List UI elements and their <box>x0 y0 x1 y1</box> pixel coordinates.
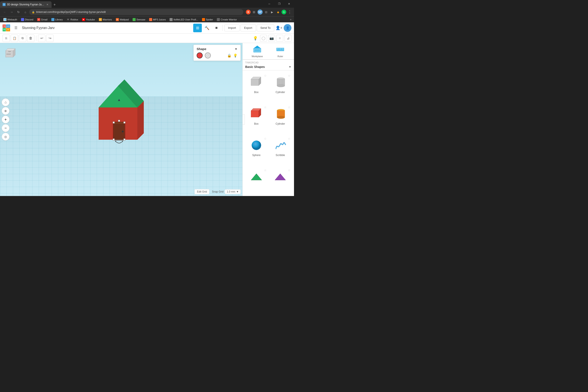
undo-tool-button[interactable]: ↩ <box>38 34 45 42</box>
maximize-button[interactable]: ❒ <box>274 0 284 8</box>
home-button[interactable]: ⌂ <box>22 9 28 15</box>
bookmarks-overflow-button[interactable]: » <box>289 18 292 22</box>
sphere-favorite[interactable]: ☆ <box>264 137 267 140</box>
gem-icon[interactable]: ◆ <box>276 10 281 14</box>
gray-cylinder-icon <box>272 75 289 90</box>
paste-tool-button[interactable]: 📋 <box>11 34 18 42</box>
svg-point-49 <box>277 116 285 119</box>
info-shape-icon[interactable]: 💡 <box>233 54 238 58</box>
panel-collapse-button[interactable]: › <box>242 114 245 125</box>
tab-close-button[interactable]: ✕ <box>46 3 49 6</box>
snap-grid-value-control[interactable]: 1.0 mm ▼ <box>225 189 241 194</box>
orange-cylinder-favorite[interactable]: ☆ <box>288 106 290 109</box>
bookmark-wattpad[interactable]: W Wattpad <box>114 18 130 22</box>
back-button[interactable]: ← <box>2 9 8 15</box>
svg-marker-53 <box>251 174 262 180</box>
zoom-in-button[interactable]: + <box>2 116 10 123</box>
shape-item-gray-cylinder[interactable]: ☆ Cylinder <box>269 73 292 103</box>
hole-color-swatch[interactable] <box>205 52 211 58</box>
address-input[interactable]: 🔒 tinkercad.com/things/dkpDpoQWfFJ-stunn… <box>29 9 243 15</box>
bookmark-spider[interactable]: Spider <box>200 18 215 22</box>
gray-box-icon <box>248 75 265 90</box>
profile-icon[interactable]: NP <box>258 10 262 14</box>
copy-tool-button[interactable]: ⎘ <box>2 34 10 42</box>
reload-button[interactable]: ↻ <box>16 9 22 15</box>
category-dropdown-arrow[interactable]: ▼ <box>288 65 292 68</box>
scribble-label: Scribble <box>276 154 285 157</box>
layers-button[interactable]: ≡ <box>276 35 283 42</box>
bookmark-roblox[interactable]: R Roblox <box>65 18 80 22</box>
shape-item-scribble[interactable]: ☆ Scribble <box>269 136 292 166</box>
orange-cylinder-icon <box>272 106 289 122</box>
bookmark-seesaw[interactable]: Seesaw <box>131 18 147 22</box>
wireframe-button[interactable]: ◯ <box>260 35 267 42</box>
home-view-button[interactable]: ⌂ <box>2 98 10 106</box>
bookmark-itsme[interactable]: ItsMeLED User Profi... <box>168 18 200 22</box>
panel-top-tools: Workplane Ruler <box>243 43 294 60</box>
minimize-button[interactable]: ─ <box>264 0 274 8</box>
zoom-out-button[interactable]: − <box>2 124 10 132</box>
shape-item-red-box[interactable]: ☆ Box <box>245 105 268 134</box>
gray-box-favorite[interactable]: ☆ <box>264 74 267 77</box>
play-icon[interactable]: ▶ <box>270 10 275 14</box>
shape-item-extra-2[interactable]: ☆ <box>269 168 292 194</box>
delete-tool-button[interactable]: 🗑 <box>27 34 34 42</box>
perspective-button[interactable]: ◎ <box>2 133 10 140</box>
svg-rect-17 <box>113 138 114 140</box>
bookmark-discord[interactable]: Discord <box>19 18 35 22</box>
app-toolbar: ⎘ 📋 ⧉ 🗑 ↩ ↪ 💡 ◯ 📷 ≡ ⊿ <box>0 34 294 43</box>
hamburger-menu-button[interactable]: ☰ <box>12 24 19 32</box>
extra2-favorite[interactable]: ☆ <box>288 168 290 172</box>
duplicate-tool-button[interactable]: ⧉ <box>19 34 26 42</box>
import-button[interactable]: Import <box>224 24 240 32</box>
forward-button[interactable]: → <box>8 9 14 15</box>
dark-mode-button[interactable]: ■ <box>212 24 221 32</box>
gray-cylinder-favorite[interactable]: ☆ <box>288 74 290 77</box>
edit-grid-button[interactable]: Edit Grid <box>194 189 209 194</box>
workplane-tool[interactable]: Workplane <box>252 45 263 58</box>
extensions-icon[interactable]: ⊞ <box>252 10 256 14</box>
grid-view-button[interactable]: ⊞ <box>193 24 202 32</box>
bookmark-library[interactable]: Library <box>50 18 64 22</box>
ruler-tool[interactable]: Ruler <box>276 45 285 58</box>
shape-dropdown-arrow[interactable]: ▼ <box>234 47 238 51</box>
close-button[interactable]: ✕ <box>284 0 294 8</box>
lock-shape-icon[interactable]: 🔒 <box>227 54 232 58</box>
vpn-icon[interactable]: G <box>282 10 286 14</box>
redo-tool-button[interactable]: ↪ <box>46 34 54 42</box>
bookmark-warriors[interactable]: W Warriors <box>97 18 114 22</box>
bookmark-createwarrior[interactable]: Create Warrior <box>215 18 238 22</box>
bookmark-youtube[interactable]: ▶ Youtube <box>80 18 97 22</box>
ruler-icon <box>276 45 285 54</box>
scribble-favorite[interactable]: ☆ <box>288 137 290 140</box>
shape-item-sphere[interactable]: ☆ <box>245 136 268 166</box>
export-button[interactable]: Export <box>240 24 256 32</box>
shape-item-orange-cylinder[interactable]: ☆ Cylinder <box>269 105 292 134</box>
active-tab[interactable]: T 3D design Stunning Fyyran-Jarv | T ✕ <box>0 1 52 8</box>
svg-rect-16 <box>124 122 125 123</box>
user-avatar[interactable]: 👤 <box>284 24 292 32</box>
new-tab-button[interactable]: + <box>52 2 58 8</box>
hammer-tool-button[interactable]: 🔨 <box>203 24 211 32</box>
shape-item-extra-1[interactable]: ☆ <box>245 168 268 194</box>
solid-color-swatch[interactable] <box>197 52 203 58</box>
bookmark-gmail[interactable]: M Gmail <box>36 18 49 22</box>
tab-title: 3D design Stunning Fyyran-Jarv | T <box>7 3 44 6</box>
fit-view-button[interactable]: ⊕ <box>2 107 10 115</box>
extra1-favorite[interactable]: ☆ <box>264 168 267 172</box>
3d-viewport[interactable]: TOP FRONT ⌂ ⊕ + − ◎ Shape ▼ <box>0 43 242 196</box>
view-cube[interactable]: TOP FRONT <box>4 46 18 62</box>
shape-item-gray-box[interactable]: ☆ Box <box>245 73 268 103</box>
shape-panel-dropdown[interactable]: Basic Shapes ▼ <box>245 64 292 68</box>
snap-button[interactable]: ⊿ <box>284 35 292 42</box>
wallet-icon[interactable]: ⊟ <box>264 10 269 14</box>
bookmark-webauth[interactable]: 🌐 Webauth <box>2 18 19 22</box>
bookmark-webauth-label: Webauth <box>7 18 17 21</box>
camera-button[interactable]: 📷 <box>268 35 275 42</box>
send-to-button[interactable]: Send To <box>257 24 274 32</box>
light-bulb-button[interactable]: 💡 <box>252 35 259 42</box>
bookmark-mp3juices[interactable]: MP3 Juices <box>148 18 168 22</box>
add-user-button[interactable]: 👤+ <box>275 24 283 32</box>
browser-menu-button[interactable]: ⋮ <box>287 10 292 14</box>
red-box-favorite[interactable]: ☆ <box>264 106 267 109</box>
